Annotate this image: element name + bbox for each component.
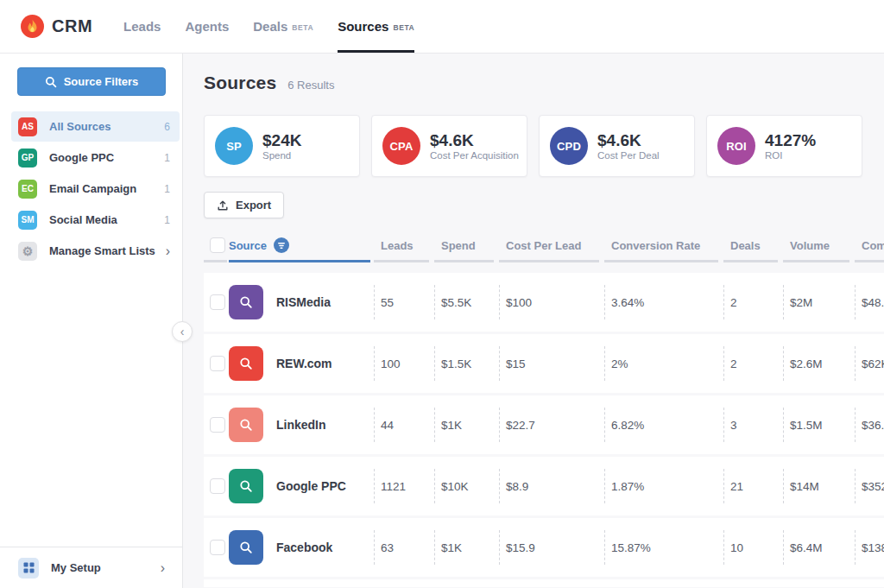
top-navigation-bar: CRM Leads Agents Deals BETA Sources BETA [0, 0, 884, 54]
row-checkbox[interactable] [210, 356, 225, 371]
chevron-right-icon: › [166, 244, 170, 258]
page-title: Sources [204, 73, 276, 93]
nav-item-sources[interactable]: Sources BETA [338, 0, 414, 53]
table-row-partial [204, 579, 884, 587]
sidebar: Source Filters AS All Sources 6 GP Googl… [0, 54, 183, 588]
nav-label: Deals [253, 19, 287, 34]
source-filters-button[interactable]: Source Filters [17, 67, 166, 96]
brand-name: CRM [52, 16, 92, 36]
beta-tag: BETA [393, 23, 414, 32]
chevron-right-icon: › [161, 561, 165, 575]
nav-item-deals[interactable]: Deals BETA [253, 0, 313, 53]
column-header-leads[interactable]: Leads [374, 228, 434, 262]
stat-value: $24K [262, 131, 301, 150]
table-row[interactable]: REW.com 100 $1.5K $15 2% 2 $2.6M $62K [204, 334, 884, 393]
nav-label: Sources [338, 19, 388, 34]
my-setup-button[interactable]: My Setup › [0, 547, 182, 588]
source-filters-label: Source Filters [64, 75, 139, 88]
column-header-deals[interactable]: Deals [723, 228, 783, 262]
commission-cell: $62K [855, 334, 884, 393]
stat-card-cpd: CPD $4.6K Cost Per Deal [539, 115, 695, 177]
list-item-label: All Sources [49, 120, 164, 133]
cost-per-lead-cell: $100 [499, 273, 604, 332]
column-header-cost-per-lead[interactable]: Cost Per Lead [499, 228, 604, 262]
column-header-spend[interactable]: Spend [434, 228, 499, 262]
spend-cell: $1K [434, 518, 499, 577]
volume-cell: $2M [783, 273, 855, 332]
column-label: Source [229, 239, 267, 252]
row-checkbox[interactable] [210, 294, 225, 310]
volume-cell: $1.5M [783, 395, 855, 454]
list-item-count: 1 [164, 152, 170, 164]
sidebar-item-social-media[interactable]: SM Social Media 1 [11, 205, 180, 235]
nav-item-leads[interactable]: Leads [123, 0, 161, 53]
leads-cell: 63 [374, 518, 434, 577]
table-row[interactable]: Google PPC 1121 $10K $8.9 1.87% 21 $14M … [204, 457, 884, 515]
source-cell: RISMedia [229, 273, 374, 332]
brand: CRM [21, 0, 92, 53]
spend-cell: $1.5K [434, 334, 499, 393]
column-label: Cost Per Lead [506, 239, 581, 252]
volume-cell: $6.4M [783, 518, 855, 577]
stat-label: Cost Per Deal [597, 150, 660, 161]
stat-value: $4.6K [430, 131, 519, 150]
my-setup-label: My Setup [51, 561, 161, 574]
nav-item-agents[interactable]: Agents [185, 0, 229, 53]
table-row[interactable]: RISMedia 55 $5.5K $100 3.64% 2 $2M $48.4 [204, 273, 884, 332]
deals-cell: 10 [723, 518, 783, 577]
nav-label: Leads [123, 19, 161, 34]
volume-cell: $14M [783, 457, 855, 515]
column-label: Commission [862, 239, 884, 252]
column-header-volume[interactable]: Volume [783, 228, 855, 262]
sort-icon[interactable] [274, 237, 289, 253]
list-item-label: Manage Smart Lists [49, 244, 166, 257]
sidebar-item-all-sources[interactable]: AS All Sources 6 [11, 111, 180, 142]
list-item-label: Social Media [49, 213, 164, 226]
table-row[interactable]: LinkedIn 44 $1K $22.7 6.82% 3 $1.5M $36. [204, 395, 884, 454]
row-checkbox[interactable] [210, 540, 225, 555]
spend-circle-icon: SP [215, 127, 253, 165]
spend-cell: $1K [434, 395, 499, 454]
row-checkbox[interactable] [210, 478, 225, 494]
list-item-label: Email Campaign [49, 182, 164, 195]
sidebar-collapse-button[interactable]: ‹ [172, 321, 193, 342]
cpd-circle-icon: CPD [550, 127, 588, 165]
sidebar-item-manage-smart-lists[interactable]: ⚙ Manage Smart Lists › [11, 236, 180, 266]
column-header-commission[interactable]: Commission [855, 228, 884, 262]
source-cell: REW.com [229, 334, 374, 393]
column-header-conversion-rate[interactable]: Conversion Rate [604, 228, 723, 262]
column-header-source[interactable]: Source [229, 228, 374, 262]
commission-cell: $352 [855, 457, 884, 515]
page-header: Sources 6 Results [204, 73, 884, 93]
sidebar-item-google-ppc[interactable]: GP Google PPC 1 [11, 142, 180, 173]
sources-table: Source Leads Spend Cost Per Lead Convers… [204, 228, 884, 587]
column-label: Conversion Rate [611, 239, 700, 252]
search-source-icon [229, 408, 263, 442]
spend-cell: $5.5K [434, 273, 499, 332]
source-cell: Facebook [229, 518, 374, 577]
deals-cell: 3 [723, 395, 783, 454]
stat-label: ROI [765, 150, 816, 161]
column-label: Leads [381, 239, 414, 252]
list-item-count: 1 [164, 214, 170, 226]
cost-per-lead-cell: $22.7 [499, 395, 604, 454]
leads-cell: 44 [374, 395, 434, 454]
source-cell: LinkedIn [229, 395, 374, 454]
source-name: RISMedia [276, 295, 331, 309]
deals-cell: 21 [723, 457, 783, 515]
select-all-checkbox[interactable] [210, 237, 225, 253]
stat-card-spend: SP $24K Spend [204, 115, 360, 177]
gear-icon: ⚙ [18, 242, 37, 261]
cost-per-lead-cell: $15 [499, 334, 604, 393]
search-source-icon [229, 285, 263, 319]
stat-value: 4127% [765, 131, 816, 150]
grid-icon [18, 558, 39, 579]
sidebar-item-email-campaign[interactable]: EC Email Campaign 1 [11, 174, 180, 204]
source-name: REW.com [276, 357, 332, 370]
cost-per-lead-cell: $15.9 [499, 518, 604, 577]
export-button[interactable]: Export [204, 192, 284, 218]
source-name: Facebook [276, 541, 332, 554]
flame-logo-icon [21, 15, 44, 38]
table-row[interactable]: Facebook 63 $1K $15.9 15.87% 10 $6.4M $1… [204, 518, 884, 577]
row-checkbox[interactable] [210, 417, 225, 433]
